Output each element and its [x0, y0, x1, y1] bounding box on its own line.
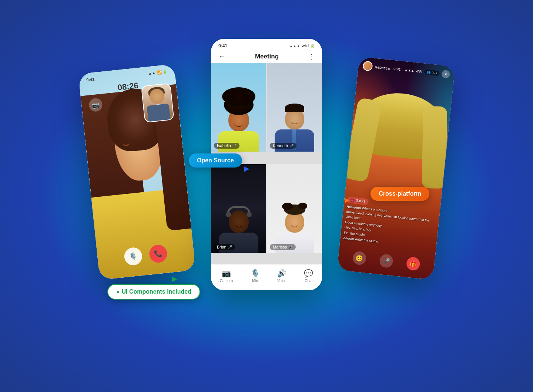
camera-symbol: 📷 — [91, 101, 100, 109]
mic-button[interactable]: 🎙️ — [123, 247, 143, 266]
left-time: 9:41 — [86, 77, 95, 82]
badge-open-source: Open Source — [189, 153, 242, 168]
phones-container: 9:41 ▲▲ 📶 🔋 — [100, 39, 433, 353]
label-marissa: Marissa 🎤 — [270, 244, 296, 250]
cursor-green: ▶ — [172, 275, 177, 283]
streamer-name: Rebecca — [375, 65, 390, 70]
nav-more-button[interactable]: ⋮ — [308, 53, 315, 61]
phone-left: 9:41 ▲▲ 📶 🔋 — [78, 64, 195, 280]
thumb-body — [147, 104, 171, 122]
meeting-title: Meeting — [255, 53, 279, 60]
voice-toolbar-icon: 🔊 — [277, 269, 286, 278]
phone-right-screen: Rebecca 9:41 ▲▲▲ WiFi 👥 99+ ✕ — [337, 57, 455, 280]
wifi-icon: 📶 — [157, 70, 162, 74]
badge-ui-components: ● UI Components included — [107, 284, 200, 300]
phone-left-screen: 9:41 ▲▲ 📶 🔋 — [78, 64, 195, 280]
viewer-count: 👥 99+ — [424, 70, 440, 76]
emoji-button[interactable]: 😊 — [352, 251, 367, 266]
close-icon: ✕ — [444, 72, 447, 77]
mic-toolbar-icon: 🎙️ — [251, 269, 260, 278]
gift-icon: 🎁 — [409, 260, 418, 268]
voice-label: Voice — [277, 279, 286, 283]
video-cell-isabella: Isabella 🎤 — [211, 63, 266, 152]
mic-active-icon-3: 🎤 — [228, 245, 232, 249]
toolbar-mic[interactable]: 🎙️ Mic — [251, 269, 260, 283]
close-live-button[interactable]: ✕ — [441, 70, 450, 79]
cursor-orange: ▶ — [345, 196, 350, 204]
cursor-blue: ▶ — [244, 165, 249, 173]
signal-icon: ▲▲ — [148, 71, 156, 75]
label-kenneth: Kenneth 🎤 — [270, 143, 296, 149]
gift-button[interactable]: 🎁 — [406, 256, 421, 271]
ui-components-label: UI Components included — [121, 288, 191, 295]
chat-toolbar-icon: 💬 — [304, 269, 313, 278]
label-isabella: Isabella 🎤 — [214, 143, 239, 149]
open-source-label: Open Source — [197, 157, 234, 164]
phone-right: Rebecca 9:41 ▲▲▲ WiFi 👥 99+ ✕ — [337, 57, 455, 280]
mic-icon: 🎙️ — [129, 252, 138, 261]
viewers-icon: 👥 — [426, 70, 431, 74]
ui-components-icon: ● — [116, 289, 119, 295]
mic-active-icon-2: 🎤 — [289, 144, 294, 148]
center-battery-icon: 🔋 — [310, 44, 315, 48]
end-call-button[interactable]: 📞 — [148, 244, 168, 264]
cross-platform-label: Cross-platform — [379, 190, 421, 197]
camera-toolbar-icon: 📷 — [222, 269, 231, 278]
right-wifi: WiFi — [415, 69, 422, 74]
center-status-bar: 9:41 ▲▲▲ WiFi 🔋 — [211, 39, 322, 48]
battery-icon: 🔋 — [163, 69, 168, 74]
emoji-icon: 😊 — [355, 254, 363, 262]
video-cell-brian: Brian 🎤 — [211, 164, 266, 253]
thumbnail-person — [141, 83, 174, 123]
mic-active-icon: 🎤 — [232, 144, 237, 148]
nav-back-button[interactable]: ← — [218, 52, 226, 61]
video-cell-marissa: Marissa 🎤 — [267, 164, 322, 253]
label-brian: Brian 🎤 — [214, 244, 235, 250]
center-signal-icon: ▲▲▲ — [289, 44, 300, 48]
live-mic-icon: 🎤 — [382, 257, 390, 265]
center-toolbar: 📷 Camera 🎙️ Mic 🔊 Voice 💬 Chat — [211, 265, 322, 290]
right-time: 9:41 — [393, 67, 401, 71]
end-call-icon: 📞 — [154, 249, 162, 258]
heart-icon: 💗 — [350, 198, 355, 203]
center-wifi-icon: WiFi — [302, 44, 309, 48]
toolbar-chat[interactable]: 💬 Chat — [304, 269, 313, 283]
signal-bars: ▲▲▲ — [404, 68, 415, 73]
live-mic-button[interactable]: 🎤 — [379, 254, 394, 268]
video-cell-kenneth: Kenneth 🎤 — [267, 63, 322, 152]
streamer-avatar — [362, 61, 373, 71]
gift-message: 💗 Gift x1 — [347, 197, 369, 205]
center-time: 9:41 — [218, 43, 227, 48]
chat-label: Chat — [305, 279, 312, 283]
toolbar-camera[interactable]: 📷 Camera — [220, 269, 233, 283]
toolbar-voice[interactable]: 🔊 Voice — [277, 269, 286, 283]
badge-cross-platform: Cross-platform — [371, 187, 429, 201]
mic-label: Mic — [252, 279, 258, 283]
camera-label: Camera — [220, 279, 233, 283]
mic-active-icon-4: 🎤 — [289, 245, 293, 249]
